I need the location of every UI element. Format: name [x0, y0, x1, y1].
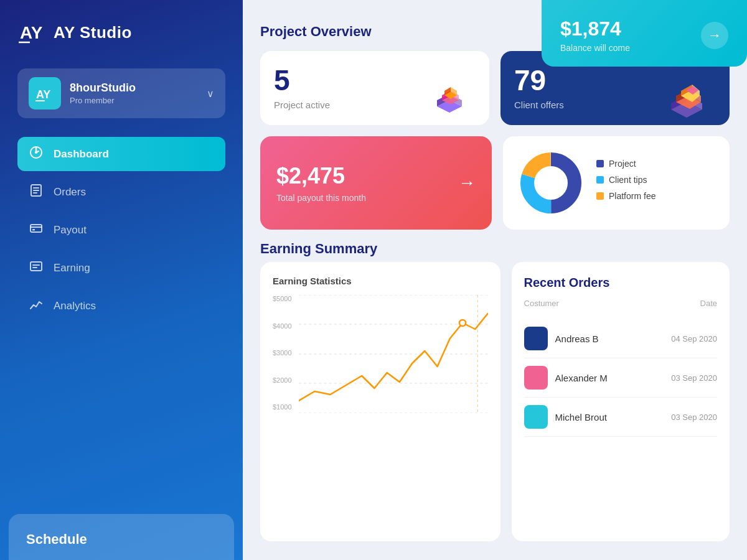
sidebar-item-orders[interactable]: Orders — [17, 175, 225, 209]
legend-label-client-tips: Client tips — [609, 175, 647, 185]
user-info: 8hourStudio Pro member — [70, 82, 198, 105]
sidebar-item-label-dashboard: Dashboard — [54, 148, 109, 161]
order-name-2: Michel Brout — [555, 412, 664, 422]
order-row-0[interactable]: Andreas B 04 Sep 2020 — [524, 319, 717, 358]
svg-point-6 — [35, 151, 37, 154]
sidebar-item-payout[interactable]: Payout — [17, 213, 225, 247]
project-active-card: 5 Project active — [260, 51, 489, 125]
donut-legend: Project Client tips Platform fee — [596, 159, 655, 207]
y-label-1000: $1000 — [273, 403, 296, 411]
recent-orders-card: Recent Orders Costumer Date Andreas B 04… — [512, 262, 730, 541]
payout-card: $2,475 Total payout this month → — [260, 136, 492, 230]
logo-area: AY AY Studio — [17, 19, 225, 46]
sidebar-item-earning[interactable]: Earning — [17, 251, 225, 285]
order-name-1: Alexander M — [555, 373, 664, 383]
svg-text:AY: AY — [36, 88, 50, 101]
svg-point-45 — [459, 320, 466, 326]
avatar: AY — [29, 77, 61, 110]
order-date-0: 04 Sep 2020 — [671, 334, 717, 343]
user-name: 8hourStudio — [70, 82, 198, 95]
sidebar-item-label-payout: Payout — [54, 224, 87, 236]
svg-text:AY: AY — [20, 23, 43, 42]
orders-icon — [29, 184, 44, 200]
earning-summary-title: Earning Summary — [260, 241, 500, 257]
legend-label-platform-fee: Platform fee — [609, 191, 655, 201]
order-avatar-0 — [524, 327, 548, 350]
chevron-down-icon: ∨ — [207, 88, 214, 100]
legend-item-client-tips: Client tips — [596, 175, 655, 185]
donut-chart-card: Project Client tips Platform fee — [503, 136, 730, 230]
balance-label: Balance will come — [560, 43, 630, 53]
recent-orders-title: Recent Orders — [524, 276, 717, 290]
schedule-card: Schedule — [9, 514, 234, 560]
legend-label-project: Project — [609, 159, 636, 169]
sidebar-item-analytics[interactable]: Analytics — [17, 289, 225, 323]
order-avatar-1 — [524, 366, 548, 390]
payout-label: Total payout this month — [276, 193, 476, 203]
y-label-4000: $4000 — [273, 322, 296, 330]
sidebar-item-dashboard[interactable]: Dashboard — [17, 137, 225, 171]
svg-rect-15 — [32, 264, 40, 266]
chart-title: Earning Statistics — [273, 276, 488, 286]
order-avatar-2 — [524, 405, 548, 429]
legend-dot-client-tips — [596, 176, 604, 184]
earning-line-chart — [299, 295, 488, 413]
order-row-2[interactable]: Michel Brout 03 Sep 2020 — [524, 398, 717, 437]
balance-arrow-button[interactable]: → — [701, 22, 728, 49]
svg-rect-11 — [31, 225, 42, 232]
donut-chart — [517, 149, 585, 217]
payout-amount: $2,475 — [276, 163, 476, 189]
payout-icon — [29, 222, 44, 238]
y-label-5000: $5000 — [273, 295, 296, 302]
balance-info: $1,874 Balance will come — [560, 17, 630, 53]
sidebar-item-label-earning: Earning — [54, 262, 90, 274]
order-name-0: Andreas B — [555, 334, 664, 344]
dashboard-icon — [29, 146, 44, 162]
logo-text: AY Studio — [54, 23, 132, 42]
balance-amount: $1,874 — [560, 17, 630, 40]
schedule-title: Schedule — [26, 531, 87, 547]
sidebar-item-label-analytics: Analytics — [54, 300, 96, 312]
logo-icon: AY — [17, 19, 45, 46]
col-customer: Costumer — [524, 299, 559, 308]
order-date-2: 03 Sep 2020 — [671, 413, 717, 422]
order-date-1: 03 Sep 2020 — [671, 373, 717, 383]
col-date: Date — [700, 299, 717, 308]
svg-rect-16 — [32, 267, 37, 268]
balance-card[interactable]: $1,874 Balance will come → — [542, 0, 747, 67]
legend-dot-project — [596, 160, 604, 167]
earning-icon — [29, 259, 44, 276]
svg-point-39 — [535, 167, 566, 198]
legend-item-platform-fee: Platform fee — [596, 191, 655, 201]
payout-row: $2,475 Total payout this month → — [260, 136, 730, 230]
sidebar: AY AY Studio AY 8hourStudio Pro member ∨… — [0, 0, 243, 560]
order-row-1[interactable]: Alexander M 03 Sep 2020 — [524, 358, 717, 398]
sidebar-item-label-orders: Orders — [54, 186, 86, 198]
earning-chart-card: Earning Statistics $5000 $4000 $3000 $20… — [260, 262, 500, 541]
payout-arrow: → — [458, 173, 476, 193]
user-card[interactable]: AY 8hourStudio Pro member ∨ — [17, 68, 225, 118]
svg-rect-13 — [32, 229, 35, 231]
legend-item-project: Project — [596, 159, 655, 169]
y-label-3000: $3000 — [273, 349, 296, 357]
orders-header: Costumer Date — [524, 299, 717, 312]
analytics-icon — [29, 297, 44, 314]
user-role: Pro member — [70, 96, 198, 105]
y-label-2000: $2000 — [273, 376, 296, 384]
legend-dot-platform-fee — [596, 192, 604, 200]
svg-rect-14 — [31, 262, 42, 271]
